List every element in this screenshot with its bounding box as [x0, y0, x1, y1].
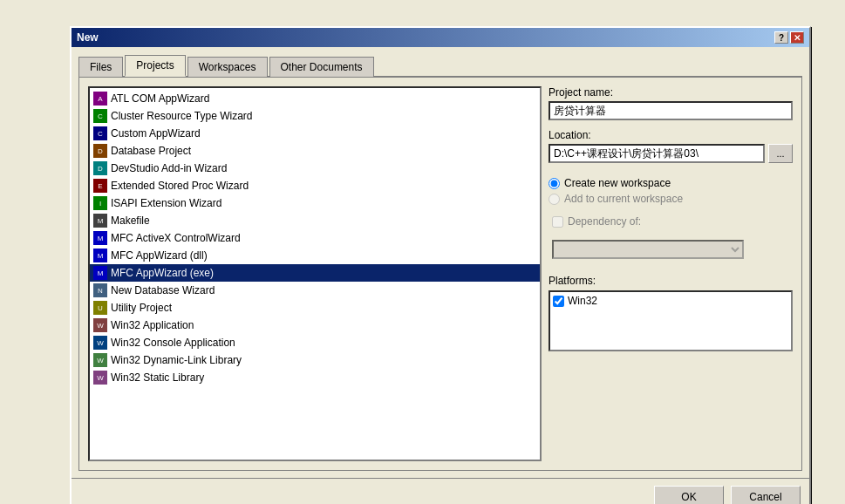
tab-strip: Files Projects Workspaces Other Document… [78, 54, 802, 78]
cancel-button[interactable]: Cancel [731, 486, 801, 504]
project-name-label: Project name: [549, 86, 793, 99]
mfc-activex-icon: M [93, 231, 107, 245]
newdb-icon: N [93, 283, 107, 297]
tab-other-documents[interactable]: Other Documents [269, 57, 374, 77]
list-item-label: ISAPI Extension Wizard [111, 197, 221, 209]
win32-label: Win32 [568, 295, 597, 307]
win32app-icon: W [93, 318, 107, 332]
dialog-title: New [77, 31, 99, 44]
list-item[interactable]: M MFC AppWizard (dll) [90, 247, 540, 264]
list-item-label: Win32 Console Application [111, 337, 235, 349]
list-item-label: MFC AppWizard (dll) [111, 249, 208, 262]
ext-proc-icon: E [93, 179, 107, 193]
list-item[interactable]: N New Database Wizard [90, 282, 540, 299]
add-to-current-label: Add to current workspace [564, 193, 683, 205]
project-list: A ATL COM AppWizard C Cluster Resource T… [90, 88, 540, 388]
platforms-label: Platforms: [549, 275, 793, 287]
list-item-label: Win32 Application [111, 319, 194, 331]
dependency-dropdown-area [552, 240, 793, 259]
list-item[interactable]: A ATL COM AppWizard [90, 90, 540, 107]
project-list-container[interactable]: A ATL COM AppWizard C Cluster Resource T… [88, 86, 542, 461]
list-item[interactable]: D Database Project [90, 142, 540, 160]
list-item-label: Utility Project [111, 302, 172, 314]
list-item-label: Win32 Dynamic-Link Library [111, 354, 242, 366]
list-item[interactable]: M MFC ActiveX ControlWizard [90, 229, 540, 247]
list-item[interactable]: M Makefile [90, 212, 540, 229]
devstudio-icon: D [93, 161, 107, 175]
project-name-group: Project name: [549, 86, 793, 120]
title-bar: New ? ✕ [72, 28, 809, 47]
win32con-icon: W [93, 336, 107, 350]
list-item[interactable]: W Win32 Dynamic-Link Library [90, 351, 540, 369]
close-button[interactable]: ✕ [790, 31, 804, 44]
platforms-list: Win32 [549, 290, 793, 351]
mfc-dll-icon: M [93, 249, 107, 262]
help-button[interactable]: ? [774, 31, 788, 44]
dependency-checkbox[interactable] [552, 216, 563, 228]
list-item[interactable]: M MFC AppWizard (exe) [90, 264, 540, 282]
utility-icon: U [93, 301, 107, 315]
makefile-icon: M [93, 214, 107, 228]
cluster-icon: C [93, 109, 107, 123]
right-panel: Project name: Location: ... Create new w [549, 86, 793, 461]
new-dialog: New ? ✕ Files Projects Workspaces Other … [70, 26, 811, 504]
db-icon: D [93, 144, 107, 158]
dependency-group: Dependency of: [552, 215, 793, 228]
list-item-label: Win32 Static Library [111, 371, 204, 384]
dependency-label: Dependency of: [568, 215, 641, 228]
win32lib-icon: W [93, 371, 107, 385]
win32-checkbox[interactable] [553, 296, 564, 307]
list-item[interactable]: C Cluster Resource Type Wizard [90, 107, 540, 125]
list-item[interactable]: W Win32 Application [90, 317, 540, 334]
win32-platform-item[interactable]: Win32 [553, 295, 788, 307]
list-item[interactable]: C Custom AppWizard [90, 125, 540, 142]
tab-workspaces[interactable]: Workspaces [187, 57, 268, 77]
add-to-current-option[interactable]: Add to current workspace [549, 193, 793, 205]
list-item-label: Makefile [111, 215, 150, 227]
workspace-radio-group: Create new workspace Add to current work… [549, 177, 793, 205]
content-area: A ATL COM AppWizard C Cluster Resource T… [78, 78, 802, 471]
dependency-select[interactable] [552, 240, 744, 259]
list-item-label: New Database Wizard [111, 284, 215, 296]
list-item-label: Cluster Resource Type Wizard [111, 110, 253, 122]
custom-icon: C [93, 126, 107, 140]
list-item[interactable]: W Win32 Static Library [90, 369, 540, 386]
list-item[interactable]: W Win32 Console Application [90, 334, 540, 351]
project-name-input[interactable] [549, 101, 793, 120]
location-group: Location: ... [549, 129, 793, 163]
list-item-label: Database Project [111, 145, 191, 157]
create-new-workspace-label: Create new workspace [564, 177, 671, 189]
create-new-workspace-radio[interactable] [549, 178, 560, 189]
list-item-label: Extended Stored Proc Wizard [111, 180, 249, 192]
ok-button[interactable]: OK [654, 486, 724, 504]
tab-projects[interactable]: Projects [125, 55, 185, 77]
add-to-current-radio[interactable] [549, 194, 560, 205]
create-new-workspace-option[interactable]: Create new workspace [549, 177, 793, 189]
win32dll-icon: W [93, 353, 107, 367]
title-bar-buttons: ? ✕ [774, 31, 804, 44]
list-item-label: MFC AppWizard (exe) [111, 267, 214, 279]
atl-com-icon: A [93, 92, 107, 106]
list-item[interactable]: U Utility Project [90, 299, 540, 317]
list-item[interactable]: E Extended Stored Proc Wizard [90, 177, 540, 194]
list-item-label: Custom AppWizard [111, 127, 201, 140]
platforms-section: Platforms: Win32 [549, 275, 793, 351]
list-item-label: MFC ActiveX ControlWizard [111, 232, 241, 244]
isapi-icon: I [93, 196, 107, 210]
mfc-exe-icon: M [93, 266, 107, 280]
dialog-footer: OK Cancel [72, 478, 809, 504]
location-input[interactable] [549, 144, 765, 163]
dialog-body: Files Projects Workspaces Other Document… [72, 47, 809, 478]
location-label: Location: [549, 129, 793, 141]
list-item[interactable]: D DevStudio Add-in Wizard [90, 160, 540, 177]
location-row: ... [549, 144, 793, 163]
browse-button[interactable]: ... [768, 144, 793, 163]
list-item-label: ATL COM AppWizard [111, 92, 209, 105]
tab-files[interactable]: Files [78, 57, 123, 77]
list-item-label: DevStudio Add-in Wizard [111, 162, 227, 174]
list-item[interactable]: I ISAPI Extension Wizard [90, 194, 540, 212]
